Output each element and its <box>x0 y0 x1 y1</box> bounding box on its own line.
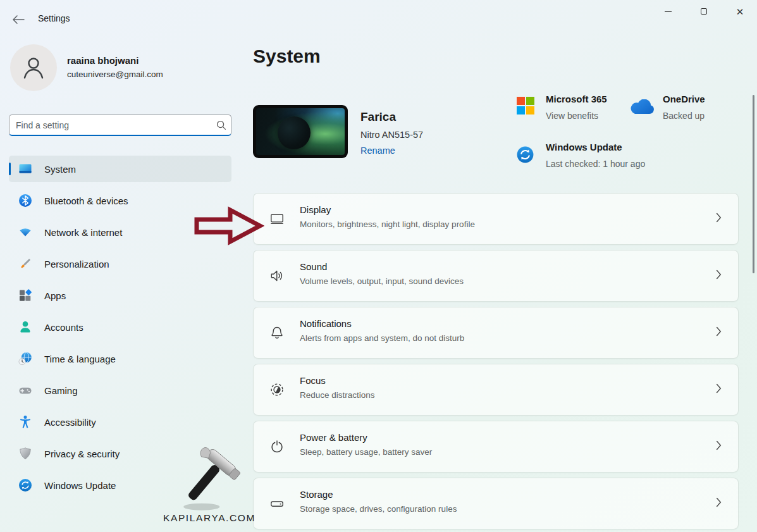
card-title: Power & battery <box>300 432 367 443</box>
personalization-icon <box>18 256 33 271</box>
storage-icon <box>269 495 285 512</box>
device-name: Farica <box>360 110 396 124</box>
sidebar-item-label: Personalization <box>44 259 109 269</box>
back-button[interactable] <box>9 11 28 28</box>
display-icon <box>269 211 285 227</box>
card-subtitle: Sleep, battery usage, battery saver <box>300 447 432 457</box>
focus-icon <box>269 381 285 398</box>
view-benefits-link[interactable]: View benefits <box>546 111 598 121</box>
onedrive-icon <box>630 99 655 116</box>
chevron-right-icon <box>716 270 722 282</box>
card-sound[interactable]: Sound Volume levels, output, input, soun… <box>253 250 739 302</box>
search-input[interactable] <box>9 120 212 130</box>
close-button[interactable]: ✕ <box>725 0 754 23</box>
sidebar-item-label: Bluetooth & devices <box>44 195 128 206</box>
card-title: Display <box>300 204 331 215</box>
sidebar-item-personalization[interactable]: Personalization <box>9 251 231 277</box>
card-title: Focus <box>300 375 326 386</box>
maximize-icon <box>701 8 707 15</box>
notifications-icon <box>269 325 285 341</box>
gaming-icon <box>18 383 33 398</box>
windows-update-status-icon <box>515 145 535 164</box>
sidebar-item-label: Time & language <box>44 354 116 364</box>
watermark: KAPILARYA.COM <box>163 443 249 524</box>
power-icon <box>269 438 285 455</box>
device-thumbnail <box>253 105 348 158</box>
apps-icon <box>18 288 33 303</box>
card-title: Sound <box>300 261 327 272</box>
chevron-right-icon <box>716 498 722 510</box>
card-subtitle: Alerts from apps and system, do not dist… <box>300 333 464 343</box>
minimize-button[interactable] <box>653 0 682 23</box>
sidebar-item-label: Accessibility <box>44 417 96 428</box>
chevron-right-icon <box>716 213 722 225</box>
card-subtitle: Reduce distractions <box>300 390 375 400</box>
card-storage[interactable]: Storage Storage space, drives, configura… <box>253 478 739 529</box>
accounts-icon <box>18 319 33 335</box>
minimize-icon <box>665 11 672 12</box>
sound-icon <box>269 268 285 284</box>
sidebar-item-label: Network & internet <box>44 227 122 238</box>
sidebar-item-label: System <box>44 164 76 175</box>
sidebar-item-system[interactable]: System <box>9 156 231 182</box>
sidebar-item-label: Gaming <box>44 385 78 396</box>
status-sub-windows-update: Last checked: 1 hour ago <box>546 159 645 169</box>
sidebar-item-apps[interactable]: Apps <box>9 282 231 309</box>
card-notifications[interactable]: Notifications Alerts from apps and syste… <box>253 307 739 359</box>
sidebar-item-gaming[interactable]: Gaming <box>9 377 231 404</box>
chevron-right-icon <box>716 327 722 339</box>
accessibility-icon <box>18 414 33 430</box>
time-language-icon <box>18 351 33 366</box>
sidebar-item-label: Accounts <box>44 322 83 333</box>
network-icon <box>18 225 33 240</box>
avatar[interactable] <box>10 44 57 91</box>
annotation-arrow-icon <box>192 206 264 246</box>
rename-link[interactable]: Rename <box>360 145 395 156</box>
system-icon <box>18 161 33 176</box>
settings-window: Settings ✕ raaina bhojwani cuteuniverse@… <box>0 0 757 532</box>
status-title-onedrive: OneDrive <box>663 94 705 104</box>
privacy-security-icon <box>18 446 33 461</box>
status-title-windows-update: Windows Update <box>546 142 622 152</box>
chevron-right-icon <box>716 441 722 453</box>
sidebar-item-accounts[interactable]: Accounts <box>9 314 231 340</box>
status-sub-onedrive: Backed up <box>663 111 705 121</box>
wallpaper-planet <box>278 116 311 149</box>
search-box <box>9 114 231 136</box>
close-icon: ✕ <box>736 7 744 16</box>
watermark-text: KAPILARYA.COM <box>163 512 249 524</box>
card-title: Storage <box>300 489 333 500</box>
device-wallpaper <box>256 108 345 155</box>
search-icon[interactable] <box>212 120 231 130</box>
page-title: System <box>253 46 321 67</box>
bluetooth-icon <box>18 193 33 208</box>
card-title: Notifications <box>300 318 352 329</box>
windows-update-icon <box>18 478 33 493</box>
card-subtitle: Monitors, brightness, night light, displ… <box>300 220 475 229</box>
sidebar-item-accessibility[interactable]: Accessibility <box>9 409 231 435</box>
back-arrow-icon <box>12 15 25 25</box>
microsoft-365-icon <box>517 97 534 114</box>
active-indicator <box>9 163 11 175</box>
sidebar-item-time-language[interactable]: Time & language <box>9 345 231 372</box>
window-title: Settings <box>38 13 70 23</box>
card-focus[interactable]: Focus Reduce distractions <box>253 364 739 416</box>
sidebar-item-label: Apps <box>44 290 66 301</box>
scrollbar[interactable] <box>753 95 754 273</box>
card-power-battery[interactable]: Power & battery Sleep, battery usage, ba… <box>253 421 739 473</box>
device-model: Nitro AN515-57 <box>360 130 423 140</box>
sidebar-item-label: Privacy & security <box>44 448 120 459</box>
profile-name: raaina bhojwani <box>67 55 138 66</box>
card-display[interactable]: Display Monitors, brightness, night ligh… <box>253 193 739 245</box>
maximize-button[interactable] <box>689 0 718 23</box>
card-subtitle: Volume levels, output, input, sound devi… <box>300 276 464 286</box>
hammer-icon <box>175 443 245 512</box>
person-icon <box>18 53 49 83</box>
card-subtitle: Storage space, drives, configuration rul… <box>300 504 457 514</box>
sidebar-item-label: Windows Update <box>44 480 116 491</box>
status-title-m365: Microsoft 365 <box>546 94 607 104</box>
profile-email: cuteuniverse@gmail.com <box>67 70 163 79</box>
chevron-right-icon <box>716 384 722 396</box>
